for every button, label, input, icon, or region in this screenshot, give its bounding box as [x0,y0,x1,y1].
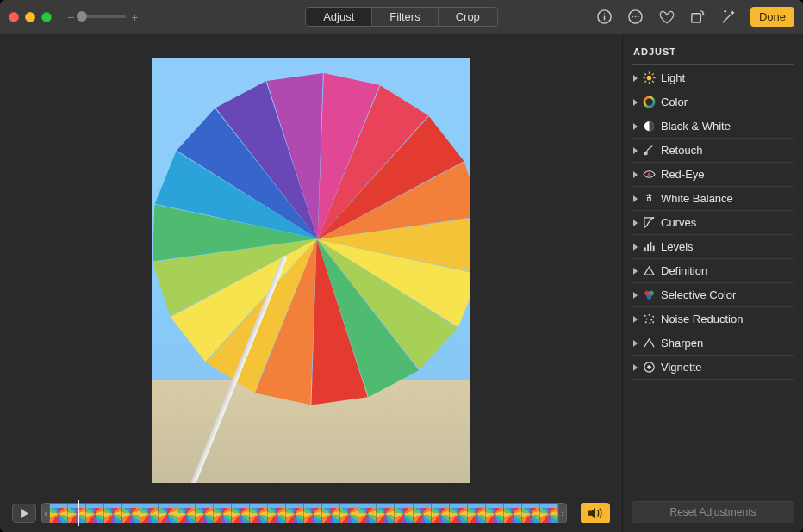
adjust-item-noise-reduction[interactable]: Noise Reduction [632,307,794,331]
adjust-item-curves[interactable]: Curves [632,211,794,235]
reset-adjustments-button[interactable]: Reset Adjustments [632,501,794,523]
filmstrip-thumb[interactable] [50,504,68,523]
chevron-right-icon [633,123,638,130]
svg-line-16 [652,73,654,75]
trim-handle-end[interactable]: › [558,503,567,523]
filmstrip-thumb[interactable] [432,504,450,523]
adjust-item-label: Curves [661,216,696,229]
audio-toggle-button[interactable] [581,503,610,523]
filmstrip-thumb[interactable] [395,504,413,523]
svg-point-35 [650,322,651,324]
filmstrip-thumb[interactable] [268,504,286,523]
fullscreen-window-button[interactable] [41,12,52,22]
adjust-item-definition[interactable]: Definition [632,259,794,283]
filmstrip-thumb[interactable] [340,504,358,523]
play-button[interactable] [12,504,36,523]
adjust-item-light[interactable]: Light [632,66,794,90]
svg-rect-25 [653,246,655,252]
chevron-right-icon [633,99,638,106]
filmstrip-thumb[interactable] [196,504,214,523]
filmstrip-thumbs[interactable] [50,503,558,523]
filmstrip-track[interactable]: ‹ › [41,503,567,523]
filmstrip-thumb[interactable] [232,504,250,523]
filmstrip-thumb[interactable] [377,504,395,523]
filmstrip-thumb[interactable] [304,504,322,523]
chevron-right-icon [633,316,638,323]
svg-rect-22 [644,247,646,251]
filmstrip-thumb[interactable] [86,504,104,523]
adjust-item-levels[interactable]: Levels [632,235,794,259]
svg-point-17 [644,97,654,107]
adjust-item-red-eye[interactable]: Red-Eye [632,163,794,187]
photo-preview[interactable] [152,58,470,483]
close-window-button[interactable] [9,12,19,22]
info-icon[interactable] [595,8,614,27]
filmstrip-thumb[interactable] [122,504,140,523]
svg-point-5 [635,16,637,18]
zoom-slider[interactable]: − + [67,10,138,24]
chevron-right-icon [633,244,638,251]
svg-rect-23 [647,244,649,251]
toolbar-right: Done [595,7,794,27]
more-icon[interactable] [626,8,645,27]
filmstrip-thumb[interactable] [486,504,504,523]
filmstrip-thumb[interactable] [414,504,432,523]
filmstrip-thumb[interactable] [522,504,540,523]
filmstrip-thumb[interactable] [504,504,522,523]
trim-handle-start[interactable]: ‹ [41,503,50,523]
filmstrip-thumb[interactable] [250,504,268,523]
chevron-right-icon [633,171,638,178]
svg-point-20 [648,173,651,176]
playhead[interactable] [78,500,79,526]
filmstrip-thumb[interactable] [214,504,232,523]
minimize-window-button[interactable] [25,12,35,22]
light-icon [643,71,656,84]
zoom-knob[interactable] [77,11,87,22]
window-controls [9,12,67,22]
filmstrip-thumb[interactable] [322,504,340,523]
adjust-item-label: Light [661,71,685,84]
svg-point-36 [652,321,654,323]
svg-rect-7 [692,14,700,22]
tab-adjust[interactable]: Adjust [306,8,372,26]
color-icon [643,96,656,108]
filmstrip-thumb[interactable] [286,504,304,523]
adjust-item-selective-color[interactable]: Selective Color [632,283,794,307]
svg-point-28 [647,294,652,300]
filmstrip-thumb[interactable] [468,504,486,523]
chevron-right-icon [633,147,638,154]
adjust-item-sharpen[interactable]: Sharpen [632,331,794,356]
redeye-icon [643,168,656,181]
adjust-panel-title: ADJUST [632,46,794,57]
adjust-item-label: Black & White [661,120,731,133]
tab-filters[interactable]: Filters [372,8,438,26]
svg-point-8 [647,76,652,81]
filmstrip-thumb[interactable] [540,504,558,523]
filmstrip-thumb[interactable] [358,504,377,523]
adjust-item-white-balance[interactable]: White Balance [632,187,794,211]
adjust-item-color[interactable]: Color [632,90,794,114]
adjust-item-retouch[interactable]: Retouch [632,139,794,163]
tab-crop[interactable]: Crop [439,8,497,26]
filmstrip-thumb[interactable] [104,504,122,523]
filmstrip-thumb[interactable] [177,504,196,523]
photos-edit-window: − + Adjust Filters Crop [0,0,803,532]
adjust-item-vignette[interactable]: Vignette [632,356,794,380]
filmstrip-thumb[interactable] [140,504,159,523]
editor-body: ‹ › ADJUST LightColorBlack & WhiteRetouc… [0,34,803,532]
selective-icon [643,288,656,301]
filmstrip-thumb[interactable] [450,504,468,523]
adjust-item-black-white[interactable]: Black & White [632,114,794,139]
rotate-icon[interactable] [688,8,707,27]
zoom-out-icon: − [67,10,74,24]
auto-enhance-icon[interactable] [719,8,738,27]
adjust-item-label: Red-Eye [661,168,705,181]
zoom-track[interactable] [79,15,126,18]
svg-point-2 [604,13,605,14]
favorite-icon[interactable] [657,8,676,27]
done-button[interactable]: Done [750,7,794,27]
noise-icon [643,312,656,325]
filmstrip-thumb[interactable] [159,504,177,523]
sharpen-icon [643,337,656,350]
video-filmstrip: ‹ › [0,501,622,532]
